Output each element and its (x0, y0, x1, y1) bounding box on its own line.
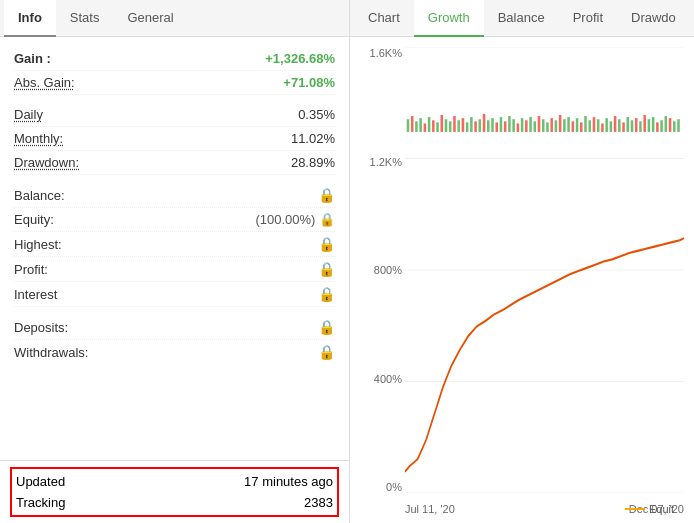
balance-row: Balance: 🔒 (14, 183, 335, 208)
svg-rect-60 (639, 121, 642, 132)
profit-row: Profit: 🔒 (14, 257, 335, 282)
svg-rect-64 (656, 122, 659, 132)
tab-chart[interactable]: Chart (354, 0, 414, 37)
y-label-1: 1.6K% (354, 47, 402, 59)
svg-rect-13 (441, 115, 444, 132)
footer-section: Updated 17 minutes ago Tracking 2383 (0, 460, 349, 523)
svg-rect-56 (622, 122, 625, 132)
right-panel: Chart Growth Balance Profit Drawdo 1.6K%… (350, 0, 694, 523)
y-label-3: 800% (354, 264, 402, 276)
svg-rect-31 (517, 123, 520, 131)
tab-stats[interactable]: Stats (56, 0, 114, 37)
tracking-label: Tracking (16, 495, 65, 510)
drawdown-label: Drawdown: (14, 155, 79, 170)
svg-rect-16 (453, 116, 456, 132)
interest-lock: 🔒 (318, 286, 335, 302)
svg-rect-12 (436, 122, 439, 132)
tab-profit[interactable]: Profit (559, 0, 617, 37)
updated-row: Updated 17 minutes ago (16, 471, 333, 492)
svg-rect-36 (538, 116, 541, 132)
abs-gain-value: +71.08% (283, 75, 335, 90)
svg-rect-33 (525, 120, 528, 132)
svg-rect-34 (529, 117, 532, 132)
withdrawals-lock: 🔒 (318, 344, 335, 360)
svg-rect-25 (491, 118, 494, 132)
tab-general[interactable]: General (113, 0, 187, 37)
svg-rect-22 (479, 119, 482, 132)
tab-balance[interactable]: Balance (484, 0, 559, 37)
withdrawals-label: Withdrawals: (14, 345, 88, 360)
svg-rect-57 (627, 117, 630, 132)
svg-rect-17 (457, 120, 460, 132)
highest-lock: 🔒 (318, 236, 335, 252)
monthly-label: Monthly: (14, 131, 63, 146)
abs-gain-row: Abs. Gain: +71.08% (14, 71, 335, 95)
svg-rect-28 (504, 121, 507, 132)
legend-line-equity (625, 508, 645, 510)
svg-rect-18 (462, 118, 465, 132)
highest-row: Highest: 🔒 (14, 232, 335, 257)
svg-rect-27 (500, 117, 503, 132)
deposits-lock: 🔒 (318, 319, 335, 335)
svg-rect-50 (597, 119, 600, 132)
highlight-box: Updated 17 minutes ago Tracking 2383 (10, 467, 339, 517)
equity-value: (100.00%) 🔒 (255, 212, 335, 227)
svg-rect-15 (449, 121, 452, 132)
svg-rect-65 (660, 120, 663, 132)
svg-rect-58 (631, 120, 634, 132)
left-tabs: Info Stats General (0, 0, 349, 37)
daily-value: 0.35% (298, 107, 335, 122)
svg-rect-52 (605, 118, 608, 132)
svg-rect-14 (445, 119, 448, 132)
svg-rect-38 (546, 122, 549, 132)
updated-label: Updated (16, 474, 65, 489)
equity-line (405, 238, 684, 472)
svg-rect-48 (588, 120, 591, 132)
svg-rect-49 (593, 117, 596, 132)
deposits-row: Deposits: 🔒 (14, 315, 335, 340)
deposits-label: Deposits: (14, 320, 68, 335)
svg-rect-55 (618, 119, 621, 132)
svg-rect-61 (643, 115, 646, 132)
svg-rect-43 (567, 117, 570, 132)
svg-rect-7 (415, 121, 418, 132)
svg-rect-46 (580, 122, 583, 132)
gain-value: +1,326.68% (265, 51, 335, 66)
svg-rect-20 (470, 117, 473, 132)
right-tabs: Chart Growth Balance Profit Drawdo (350, 0, 694, 37)
svg-rect-44 (572, 121, 575, 132)
svg-rect-24 (487, 120, 490, 132)
svg-rect-32 (521, 118, 524, 132)
monthly-value: 11.02% (291, 131, 335, 146)
x-label-1: Jul 11, '20 (405, 503, 455, 515)
svg-rect-68 (673, 121, 676, 132)
tracking-row: Tracking 2383 (16, 492, 333, 513)
svg-rect-10 (428, 117, 431, 132)
equity-row: Equity: (100.00%) 🔒 (14, 208, 335, 232)
svg-rect-45 (576, 118, 579, 132)
highest-label: Highest: (14, 237, 62, 252)
legend-label-equity: Equit (649, 503, 674, 515)
balance-lock: 🔒 (318, 187, 335, 203)
drawdown-row: Drawdown: 28.89% (14, 151, 335, 175)
chart-area: 1.6K% 1.2K% 800% 400% 0% (350, 37, 694, 523)
svg-rect-8 (419, 118, 422, 132)
updated-value: 17 minutes ago (244, 474, 333, 489)
tracking-value: 2383 (304, 495, 333, 510)
profit-lock: 🔒 (318, 261, 335, 277)
svg-rect-47 (584, 116, 587, 132)
svg-rect-11 (432, 120, 435, 132)
drawdown-value: 28.89% (291, 155, 335, 170)
svg-rect-54 (614, 116, 617, 132)
tab-info[interactable]: Info (4, 0, 56, 37)
svg-rect-5 (407, 119, 410, 132)
chart-svg (405, 47, 684, 493)
svg-rect-62 (648, 119, 651, 132)
profit-label: Profit: (14, 262, 48, 277)
y-label-2: 1.2K% (354, 156, 402, 168)
tab-drawdown[interactable]: Drawdo (617, 0, 690, 37)
left-panel: Info Stats General Gain : +1,326.68% Abs… (0, 0, 350, 523)
tab-growth[interactable]: Growth (414, 0, 484, 37)
svg-rect-21 (474, 121, 477, 132)
balance-label: Balance: (14, 188, 65, 203)
